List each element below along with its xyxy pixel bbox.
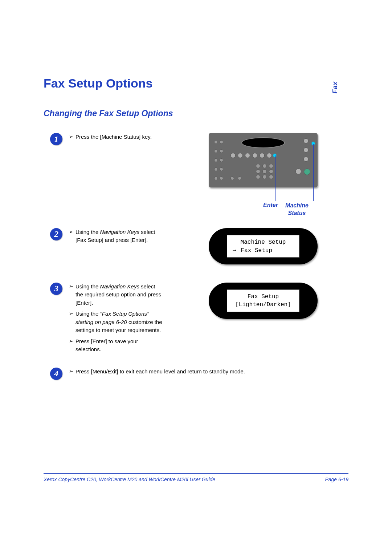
step-number-badge: 3 <box>50 283 62 295</box>
bullet-icon: ➢ <box>69 283 75 307</box>
bullet-icon: ➢ <box>69 337 75 354</box>
bullet-icon: ➢ <box>69 310 75 335</box>
step-3-instruction-2: Using the "Fax Setup Options" starting o… <box>75 310 163 335</box>
panel-labels: Enter MachineStatus <box>209 202 318 217</box>
machine-status-label: MachineStatus <box>285 202 309 217</box>
lcd-screen-2: Fax Setup [Lighten/Darken] <box>227 289 299 312</box>
step-1-text: ➢ Press the [Machine Status] key. <box>69 133 163 144</box>
pointer-line-enter <box>275 155 275 201</box>
step-2-row: 2 ➢ Using the Navigation Keys select [Fa… <box>44 228 348 264</box>
step-2-illustration: Machine Setup → Fax Setup <box>178 228 348 264</box>
page-footer: Xerox CopyCentre C20, WorkCentre M20 and… <box>44 473 348 482</box>
step-1-row: 1 ➢ Press the [Machine Status] key. <box>44 133 348 217</box>
lcd-line-2: → Fax Setup <box>232 246 295 255</box>
step-2-instruction: Using the Navigation Keys select [Fax Se… <box>75 228 163 244</box>
pointer-line-machine-status <box>313 144 314 201</box>
step-number-badge: 2 <box>50 228 62 240</box>
lcd-line-2: [Lighten/Darken] <box>232 301 295 309</box>
page-content: Fax Fax Setup Options Changing the Fax S… <box>0 0 392 380</box>
bullet-icon: ➢ <box>69 133 75 141</box>
lcd-display-1: Machine Setup → Fax Setup <box>209 228 318 264</box>
bullet-icon: ➢ <box>69 368 75 376</box>
step-3-illustration: Fax Setup [Lighten/Darken] <box>178 283 348 319</box>
enter-label: Enter <box>263 202 278 217</box>
step-1-instruction: Press the [Machine Status] key. <box>75 133 163 141</box>
step-number-badge: 1 <box>50 133 62 145</box>
step-3-text: ➢ Using the Navigation Keys select the r… <box>69 283 163 357</box>
step-4-text: ➢ Press [Menu/Exit] to exit each menu le… <box>69 368 348 379</box>
page-title: Fax Setup Options <box>44 76 348 90</box>
lcd-display-2: Fax Setup [Lighten/Darken] <box>209 283 318 319</box>
footer-page-number: Page 6-19 <box>325 477 348 482</box>
device-control-panel <box>209 133 318 187</box>
bullet-icon: ➢ <box>69 228 75 244</box>
step-3-instruction-1: Using the Navigation Keys select the req… <box>75 283 163 307</box>
footer-doc-title: Xerox CopyCentre C20, WorkCentre M20 and… <box>44 477 215 482</box>
lcd-screen-1: Machine Setup → Fax Setup <box>227 235 299 258</box>
step-1-illustration: Enter MachineStatus <box>178 133 348 217</box>
step-number-container: 3 <box>44 283 69 295</box>
section-subtitle: Changing the Fax Setup Options <box>44 109 348 118</box>
step-3-row: 3 ➢ Using the Navigation Keys select the… <box>44 283 348 357</box>
step-2-text: ➢ Using the Navigation Keys select [Fax … <box>69 228 163 247</box>
step-number-container: 4 <box>44 368 69 380</box>
step-number-container: 2 <box>44 228 69 240</box>
step-4-row: 4 ➢ Press [Menu/Exit] to exit each menu … <box>44 368 348 380</box>
side-tab-label: Fax <box>331 82 339 94</box>
lcd-line-1: Fax Setup <box>232 293 295 301</box>
step-number-badge: 4 <box>50 368 62 380</box>
step-3-instruction-3: Press [Enter] to save your selections. <box>75 337 163 354</box>
step-number-container: 1 <box>44 133 69 145</box>
lcd-line-1: Machine Setup <box>232 238 295 246</box>
step-4-instruction: Press [Menu/Exit] to exit each menu leve… <box>75 368 348 376</box>
